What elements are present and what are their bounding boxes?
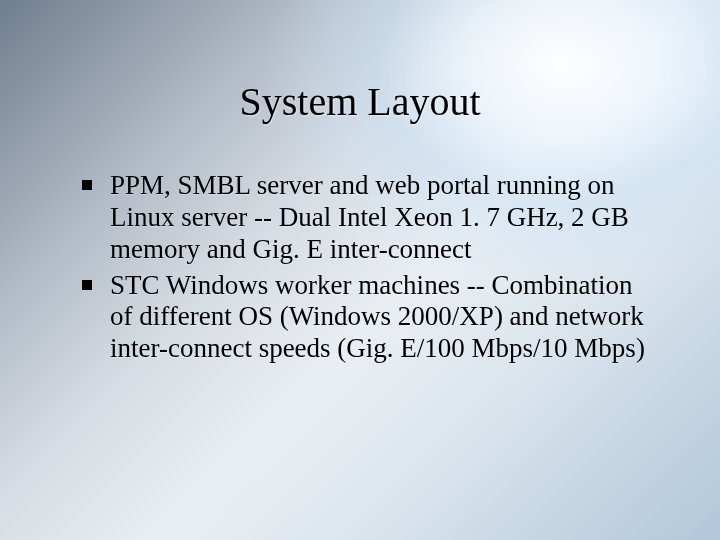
list-item: STC Windows worker machines -- Combinati… xyxy=(82,270,650,366)
slide: System Layout PPM, SMBL server and web p… xyxy=(0,0,720,540)
slide-title: System Layout xyxy=(0,78,720,125)
slide-body: PPM, SMBL server and web portal running … xyxy=(82,170,650,369)
bullet-list: PPM, SMBL server and web portal running … xyxy=(82,170,650,365)
list-item: PPM, SMBL server and web portal running … xyxy=(82,170,650,266)
